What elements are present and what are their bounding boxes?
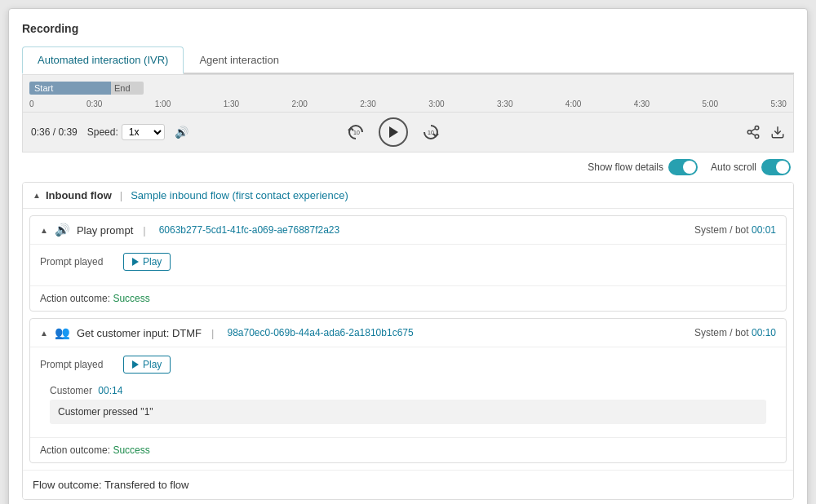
ruler-mark-430: 4:30 [634, 99, 650, 108]
block-id-1: 6063b277-5cd1-41fc-a069-ae76887f2a23 [159, 224, 340, 236]
timeline-bar[interactable]: Start End [29, 80, 787, 96]
tab-agent[interactable]: Agent interaction [184, 46, 295, 74]
ruler-mark-0: 0 [29, 99, 34, 108]
play-triangle-1 [132, 258, 139, 266]
flow-outcome: Flow outcome: Transfered to flow [23, 470, 793, 499]
ruler-mark-200: 2:00 [291, 99, 307, 108]
timeline-end: End [111, 82, 144, 95]
show-flow-label: Show flow details [588, 161, 663, 173]
speed-select[interactable]: 1x 1.5x 2x [122, 124, 165, 140]
block-id-2: 98a70ec0-069b-44a4-ada6-2a1810b1c675 [227, 327, 413, 338]
customer-section: Customer 00:14 Customer pressed "1" [40, 380, 776, 429]
play-pause-button[interactable] [379, 117, 408, 147]
flow-link[interactable]: Sample inbound flow (first contact exper… [131, 189, 348, 201]
show-flow-toggle-group: Show flow details [588, 159, 698, 175]
time-display: 0:36 / 0:39 [31, 126, 78, 138]
svg-point-3 [755, 126, 759, 130]
auto-scroll-toggle-group: Auto scroll [711, 159, 791, 175]
ruler-mark-30: 0:30 [86, 99, 102, 108]
play-triangle-2 [132, 360, 139, 369]
block-collapse-icon-2[interactable]: ▲ [40, 329, 48, 338]
prompt-label-2: Prompt played [40, 359, 113, 370]
show-flow-toggle[interactable] [668, 159, 698, 175]
play-label-1: Play [143, 256, 162, 267]
tab-automated[interactable]: Automated interaction (IVR) [22, 46, 184, 74]
share-button[interactable] [746, 125, 761, 139]
download-button[interactable] [770, 125, 785, 139]
timeline-start: Start [29, 82, 111, 95]
ruler-mark-100: 1:00 [155, 99, 171, 108]
block-body-2: Prompt played Play Customer 00:14 Custom… [30, 347, 786, 437]
play-prompt-button-1[interactable]: Play [123, 253, 171, 271]
flow-separator: | [120, 189, 122, 201]
speaker-icon: 🔊 [55, 223, 70, 237]
svg-text:10: 10 [428, 130, 434, 135]
ruler-mark-530: 5:30 [770, 99, 786, 108]
auto-scroll-label: Auto scroll [711, 161, 756, 173]
window-title: Recording [22, 22, 794, 35]
block-get-input: ▲ 👥 Get customer input: DTMF | 98a70ec0-… [29, 318, 787, 463]
recording-window: Recording Automated interaction (IVR) Ag… [8, 8, 808, 504]
block-meta-1: System / bot 00:01 [694, 224, 776, 236]
right-controls [746, 125, 785, 139]
volume-icon[interactable]: 🔊 [175, 126, 188, 139]
flow-outcome-text: Flow outcome: Transfered to flow [33, 479, 188, 491]
block-body-1: Prompt played Play [30, 245, 786, 285]
play-prompt-button-2[interactable]: Play [123, 356, 171, 374]
prompt-row-2: Prompt played Play [40, 356, 776, 374]
svg-line-7 [751, 129, 755, 131]
block-title-2: Get customer input: DTMF [77, 327, 202, 339]
forward-button[interactable]: 10 [421, 122, 441, 142]
block-meta-2: System / bot 00:10 [694, 327, 776, 338]
block-collapse-icon-1[interactable]: ▲ [40, 226, 48, 235]
flow-details-bar: Show flow details Auto scroll [22, 153, 794, 182]
main-content: ▲ Inbound flow | Sample inbound flow (fi… [22, 182, 794, 500]
outcome-value-1: Success [113, 293, 149, 304]
timeline-container: Start End 0 0:30 1:00 1:30 2:00 2:30 3:0… [22, 74, 794, 113]
outcome-row-1: Action outcome: Success [30, 285, 786, 311]
current-time: 0:36 [31, 126, 50, 138]
ruler-mark-130: 1:30 [224, 99, 239, 108]
block-play-prompt: ▲ 🔊 Play prompt | 6063b277-5cd1-41fc-a06… [29, 215, 787, 312]
block-title-1: Play prompt [77, 224, 133, 237]
speed-control: Speed: 1x 1.5x 2x [87, 124, 165, 140]
tabs-bar: Automated interaction (IVR) Agent intera… [22, 45, 794, 74]
ruler-mark-330: 3:30 [497, 99, 512, 108]
total-time: 0:39 [58, 126, 77, 138]
svg-marker-1 [389, 126, 398, 138]
svg-line-6 [751, 133, 755, 135]
play-label-2: Play [143, 359, 162, 370]
block-get-input-header: ▲ 👥 Get customer input: DTMF | 98a70ec0-… [30, 319, 786, 347]
prompt-label-1: Prompt played [40, 256, 113, 267]
svg-text:10: 10 [353, 130, 360, 135]
collapse-icon[interactable]: ▲ [33, 191, 41, 200]
customer-time: 00:14 [98, 385, 122, 396]
playback-controls: 10 10 [346, 117, 441, 147]
block-play-prompt-header: ▲ 🔊 Play prompt | 6063b277-5cd1-41fc-a06… [30, 216, 786, 245]
inbound-flow-header: ▲ Inbound flow | Sample inbound flow (fi… [23, 183, 793, 209]
speed-label: Speed: [87, 126, 118, 138]
customer-message: Customer pressed "1" [50, 400, 766, 424]
ruler-mark-400: 4:00 [565, 99, 581, 108]
auto-scroll-toggle[interactable] [761, 159, 791, 175]
rewind-button[interactable]: 10 [346, 122, 366, 142]
ruler-mark-300: 3:00 [428, 99, 444, 108]
svg-point-5 [755, 135, 759, 139]
flow-label: Inbound flow [46, 189, 112, 201]
controls-bar: 0:36 / 0:39 Speed: 1x 1.5x 2x 🔊 10 [22, 113, 794, 153]
svg-point-4 [747, 130, 752, 135]
customer-label: Customer 00:14 [50, 385, 766, 396]
timeline-ruler: 0 0:30 1:00 1:30 2:00 2:30 3:00 3:30 4:0… [29, 99, 787, 108]
ruler-mark-500: 5:00 [703, 99, 718, 108]
ruler-mark-230: 2:30 [360, 99, 375, 108]
outcome-value-2: Success [113, 444, 149, 456]
outcome-row-2: Action outcome: Success [30, 437, 786, 462]
prompt-row-1: Prompt played Play [40, 253, 776, 271]
people-icon: 👥 [55, 325, 70, 340]
